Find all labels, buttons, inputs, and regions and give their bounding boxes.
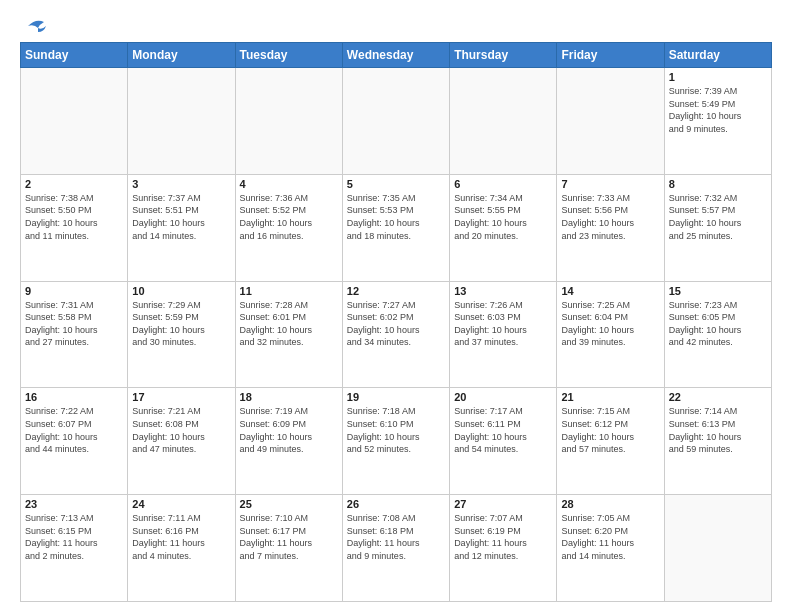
day-number: 23 (25, 498, 123, 510)
day-info: Sunrise: 7:37 AM Sunset: 5:51 PM Dayligh… (132, 192, 230, 242)
calendar-cell: 12Sunrise: 7:27 AM Sunset: 6:02 PM Dayli… (342, 281, 449, 388)
calendar-cell: 9Sunrise: 7:31 AM Sunset: 5:58 PM Daylig… (21, 281, 128, 388)
calendar-cell: 21Sunrise: 7:15 AM Sunset: 6:12 PM Dayli… (557, 388, 664, 495)
day-number: 4 (240, 178, 338, 190)
day-info: Sunrise: 7:29 AM Sunset: 5:59 PM Dayligh… (132, 299, 230, 349)
day-number: 1 (669, 71, 767, 83)
calendar-cell (342, 68, 449, 175)
calendar-cell (557, 68, 664, 175)
calendar-cell: 23Sunrise: 7:13 AM Sunset: 6:15 PM Dayli… (21, 495, 128, 602)
day-number: 22 (669, 391, 767, 403)
day-info: Sunrise: 7:14 AM Sunset: 6:13 PM Dayligh… (669, 405, 767, 455)
calendar-cell: 8Sunrise: 7:32 AM Sunset: 5:57 PM Daylig… (664, 174, 771, 281)
calendar-cell: 13Sunrise: 7:26 AM Sunset: 6:03 PM Dayli… (450, 281, 557, 388)
day-info: Sunrise: 7:22 AM Sunset: 6:07 PM Dayligh… (25, 405, 123, 455)
calendar-cell: 26Sunrise: 7:08 AM Sunset: 6:18 PM Dayli… (342, 495, 449, 602)
calendar-cell: 5Sunrise: 7:35 AM Sunset: 5:53 PM Daylig… (342, 174, 449, 281)
weekday-sunday: Sunday (21, 43, 128, 68)
day-number: 8 (669, 178, 767, 190)
calendar-cell (450, 68, 557, 175)
week-row-1: 1Sunrise: 7:39 AM Sunset: 5:49 PM Daylig… (21, 68, 772, 175)
day-info: Sunrise: 7:25 AM Sunset: 6:04 PM Dayligh… (561, 299, 659, 349)
day-number: 27 (454, 498, 552, 510)
day-number: 14 (561, 285, 659, 297)
day-info: Sunrise: 7:13 AM Sunset: 6:15 PM Dayligh… (25, 512, 123, 562)
day-info: Sunrise: 7:19 AM Sunset: 6:09 PM Dayligh… (240, 405, 338, 455)
day-number: 13 (454, 285, 552, 297)
calendar-cell (21, 68, 128, 175)
day-info: Sunrise: 7:08 AM Sunset: 6:18 PM Dayligh… (347, 512, 445, 562)
logo (20, 16, 50, 32)
day-info: Sunrise: 7:26 AM Sunset: 6:03 PM Dayligh… (454, 299, 552, 349)
week-row-5: 23Sunrise: 7:13 AM Sunset: 6:15 PM Dayli… (21, 495, 772, 602)
weekday-friday: Friday (557, 43, 664, 68)
day-number: 26 (347, 498, 445, 510)
calendar-cell: 18Sunrise: 7:19 AM Sunset: 6:09 PM Dayli… (235, 388, 342, 495)
weekday-monday: Monday (128, 43, 235, 68)
day-info: Sunrise: 7:35 AM Sunset: 5:53 PM Dayligh… (347, 192, 445, 242)
day-number: 12 (347, 285, 445, 297)
day-number: 25 (240, 498, 338, 510)
day-info: Sunrise: 7:10 AM Sunset: 6:17 PM Dayligh… (240, 512, 338, 562)
calendar-cell: 20Sunrise: 7:17 AM Sunset: 6:11 PM Dayli… (450, 388, 557, 495)
calendar-cell: 28Sunrise: 7:05 AM Sunset: 6:20 PM Dayli… (557, 495, 664, 602)
calendar-cell: 3Sunrise: 7:37 AM Sunset: 5:51 PM Daylig… (128, 174, 235, 281)
day-info: Sunrise: 7:39 AM Sunset: 5:49 PM Dayligh… (669, 85, 767, 135)
day-info: Sunrise: 7:32 AM Sunset: 5:57 PM Dayligh… (669, 192, 767, 242)
week-row-2: 2Sunrise: 7:38 AM Sunset: 5:50 PM Daylig… (21, 174, 772, 281)
day-number: 16 (25, 391, 123, 403)
page: SundayMondayTuesdayWednesdayThursdayFrid… (0, 0, 792, 612)
day-info: Sunrise: 7:33 AM Sunset: 5:56 PM Dayligh… (561, 192, 659, 242)
calendar-cell: 2Sunrise: 7:38 AM Sunset: 5:50 PM Daylig… (21, 174, 128, 281)
day-info: Sunrise: 7:05 AM Sunset: 6:20 PM Dayligh… (561, 512, 659, 562)
weekday-tuesday: Tuesday (235, 43, 342, 68)
day-info: Sunrise: 7:34 AM Sunset: 5:55 PM Dayligh… (454, 192, 552, 242)
day-info: Sunrise: 7:21 AM Sunset: 6:08 PM Dayligh… (132, 405, 230, 455)
calendar-cell: 14Sunrise: 7:25 AM Sunset: 6:04 PM Dayli… (557, 281, 664, 388)
week-row-4: 16Sunrise: 7:22 AM Sunset: 6:07 PM Dayli… (21, 388, 772, 495)
calendar-cell: 4Sunrise: 7:36 AM Sunset: 5:52 PM Daylig… (235, 174, 342, 281)
weekday-wednesday: Wednesday (342, 43, 449, 68)
day-info: Sunrise: 7:15 AM Sunset: 6:12 PM Dayligh… (561, 405, 659, 455)
calendar-cell (664, 495, 771, 602)
logo-bird-icon (22, 16, 50, 36)
day-info: Sunrise: 7:28 AM Sunset: 6:01 PM Dayligh… (240, 299, 338, 349)
day-info: Sunrise: 7:36 AM Sunset: 5:52 PM Dayligh… (240, 192, 338, 242)
calendar-cell (128, 68, 235, 175)
day-number: 6 (454, 178, 552, 190)
day-number: 24 (132, 498, 230, 510)
day-number: 21 (561, 391, 659, 403)
calendar-cell: 7Sunrise: 7:33 AM Sunset: 5:56 PM Daylig… (557, 174, 664, 281)
day-number: 20 (454, 391, 552, 403)
calendar-cell: 24Sunrise: 7:11 AM Sunset: 6:16 PM Dayli… (128, 495, 235, 602)
weekday-thursday: Thursday (450, 43, 557, 68)
calendar-cell: 16Sunrise: 7:22 AM Sunset: 6:07 PM Dayli… (21, 388, 128, 495)
calendar-cell: 27Sunrise: 7:07 AM Sunset: 6:19 PM Dayli… (450, 495, 557, 602)
calendar-cell (235, 68, 342, 175)
calendar-cell: 6Sunrise: 7:34 AM Sunset: 5:55 PM Daylig… (450, 174, 557, 281)
calendar-cell: 10Sunrise: 7:29 AM Sunset: 5:59 PM Dayli… (128, 281, 235, 388)
calendar-cell: 25Sunrise: 7:10 AM Sunset: 6:17 PM Dayli… (235, 495, 342, 602)
calendar-cell: 15Sunrise: 7:23 AM Sunset: 6:05 PM Dayli… (664, 281, 771, 388)
day-number: 7 (561, 178, 659, 190)
day-number: 18 (240, 391, 338, 403)
day-info: Sunrise: 7:07 AM Sunset: 6:19 PM Dayligh… (454, 512, 552, 562)
calendar-table: SundayMondayTuesdayWednesdayThursdayFrid… (20, 42, 772, 602)
calendar-cell: 19Sunrise: 7:18 AM Sunset: 6:10 PM Dayli… (342, 388, 449, 495)
day-number: 2 (25, 178, 123, 190)
day-number: 28 (561, 498, 659, 510)
week-row-3: 9Sunrise: 7:31 AM Sunset: 5:58 PM Daylig… (21, 281, 772, 388)
day-number: 11 (240, 285, 338, 297)
day-info: Sunrise: 7:38 AM Sunset: 5:50 PM Dayligh… (25, 192, 123, 242)
day-number: 10 (132, 285, 230, 297)
day-number: 3 (132, 178, 230, 190)
weekday-saturday: Saturday (664, 43, 771, 68)
header (20, 16, 772, 32)
day-number: 5 (347, 178, 445, 190)
day-info: Sunrise: 7:23 AM Sunset: 6:05 PM Dayligh… (669, 299, 767, 349)
calendar-cell: 22Sunrise: 7:14 AM Sunset: 6:13 PM Dayli… (664, 388, 771, 495)
day-info: Sunrise: 7:27 AM Sunset: 6:02 PM Dayligh… (347, 299, 445, 349)
day-info: Sunrise: 7:11 AM Sunset: 6:16 PM Dayligh… (132, 512, 230, 562)
day-info: Sunrise: 7:18 AM Sunset: 6:10 PM Dayligh… (347, 405, 445, 455)
day-number: 19 (347, 391, 445, 403)
